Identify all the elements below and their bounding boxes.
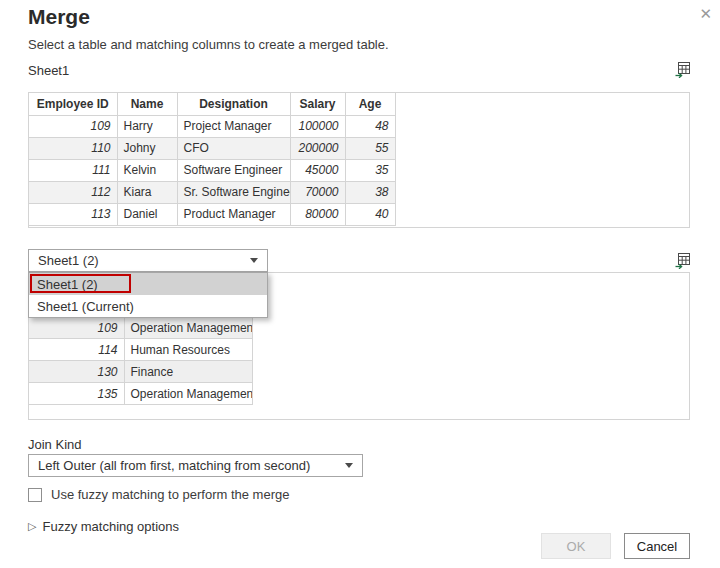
cancel-button[interactable]: Cancel [624, 533, 690, 559]
cell-department: Finance [124, 361, 252, 383]
cell-salary: 200000 [290, 137, 345, 159]
cell-employee-id: 113 [29, 203, 117, 225]
cell-designation: Sr. Software Engineer [177, 181, 290, 203]
dialog-title: Merge [28, 5, 90, 29]
join-kind-select[interactable]: Left Outer (all from first, matching fro… [28, 454, 363, 477]
cell-designation: Product Manager [177, 203, 290, 225]
cell-name: Daniel [117, 203, 177, 225]
dropdown-option-sheet1-2[interactable]: Sheet1 (2) [29, 273, 267, 295]
cell-employee-id: 110 [29, 137, 117, 159]
cell-age: 35 [345, 159, 395, 181]
cell-department: Operation Management [124, 383, 252, 405]
chevron-down-icon [345, 463, 353, 468]
col-header-salary[interactable]: Salary [290, 93, 345, 115]
col-header-name[interactable]: Name [117, 93, 177, 115]
fuzzy-matching-checkbox[interactable] [28, 488, 42, 502]
cell-designation: Software Engineer [177, 159, 290, 181]
cell-employee-id: 114 [29, 339, 124, 361]
cell-salary: 80000 [290, 203, 345, 225]
second-table-select-value: Sheet1 (2) [38, 253, 99, 268]
dropdown-option-label: Sheet1 (2) [37, 277, 98, 292]
first-table-label: Sheet1 [28, 63, 69, 78]
dropdown-option-label: Sheet1 (Current) [37, 299, 134, 314]
cell-designation: Project Manager [177, 115, 290, 137]
select-table-icon[interactable] [674, 251, 692, 269]
cell-employee-id: 109 [29, 115, 117, 137]
table-row[interactable]: 135 Operation Management [29, 383, 252, 405]
first-table-header-row: Employee ID Name Designation Salary Age [29, 93, 395, 115]
table-row[interactable]: 114 Human Resources [29, 339, 252, 361]
cell-salary: 100000 [290, 115, 345, 137]
first-table: Employee ID Name Designation Salary Age … [29, 93, 396, 226]
table-select-dropdown: Sheet1 (2) Sheet1 (Current) [28, 272, 268, 318]
expander-triangle-icon: ▷ [28, 520, 36, 533]
table-row[interactable]: 110 Johny CFO 200000 55 [29, 137, 395, 159]
cell-salary: 45000 [290, 159, 345, 181]
cell-employee-id: 135 [29, 383, 124, 405]
cell-name: Johny [117, 137, 177, 159]
merge-dialog: Merge ✕ Select a table and matching colu… [0, 0, 720, 568]
dropdown-option-sheet1-current[interactable]: Sheet1 (Current) [29, 295, 267, 317]
chevron-down-icon [250, 258, 258, 263]
second-table-select[interactable]: Sheet1 (2) [28, 249, 268, 272]
cell-age: 55 [345, 137, 395, 159]
cell-age: 48 [345, 115, 395, 137]
table-row[interactable]: 112 Kiara Sr. Software Engineer 70000 38 [29, 181, 395, 203]
first-table-preview: Employee ID Name Designation Salary Age … [28, 92, 690, 228]
dialog-subtitle: Select a table and matching columns to c… [28, 37, 389, 52]
col-header-age[interactable]: Age [345, 93, 395, 115]
join-kind-value: Left Outer (all from first, matching fro… [38, 458, 310, 473]
cell-employee-id: 109 [29, 317, 124, 339]
table-row[interactable]: 111 Kelvin Software Engineer 45000 35 [29, 159, 395, 181]
cell-name: Kiara [117, 181, 177, 203]
cell-employee-id: 111 [29, 159, 117, 181]
cell-employee-id: 112 [29, 181, 117, 203]
table-row[interactable]: 109 Harry Project Manager 100000 48 [29, 115, 395, 137]
cell-age: 40 [345, 203, 395, 225]
ok-button[interactable]: OK [541, 533, 611, 559]
cell-name: Harry [117, 115, 177, 137]
cell-age: 38 [345, 181, 395, 203]
join-kind-label: Join Kind [28, 437, 81, 452]
col-header-employee-id[interactable]: Employee ID [29, 93, 117, 115]
table-row[interactable]: 109 Operation Management [29, 317, 252, 339]
table-row[interactable]: 113 Daniel Product Manager 80000 40 [29, 203, 395, 225]
select-table-icon[interactable] [674, 60, 692, 78]
fuzzy-options-expander[interactable]: ▷ Fuzzy matching options [28, 519, 179, 534]
cell-name: Kelvin [117, 159, 177, 181]
fuzzy-options-label: Fuzzy matching options [42, 519, 179, 534]
cell-department: Human Resources [124, 339, 252, 361]
close-icon[interactable]: ✕ [699, 6, 712, 21]
cell-employee-id: 130 [29, 361, 124, 383]
col-header-designation[interactable]: Designation [177, 93, 290, 115]
cell-department: Operation Management [124, 317, 252, 339]
cell-designation: CFO [177, 137, 290, 159]
cell-salary: 70000 [290, 181, 345, 203]
second-table: 109 Operation Management 114 Human Resou… [29, 316, 253, 405]
table-row[interactable]: 130 Finance [29, 361, 252, 383]
fuzzy-matching-row: Use fuzzy matching to perform the merge [28, 487, 289, 502]
fuzzy-matching-label: Use fuzzy matching to perform the merge [51, 487, 289, 502]
